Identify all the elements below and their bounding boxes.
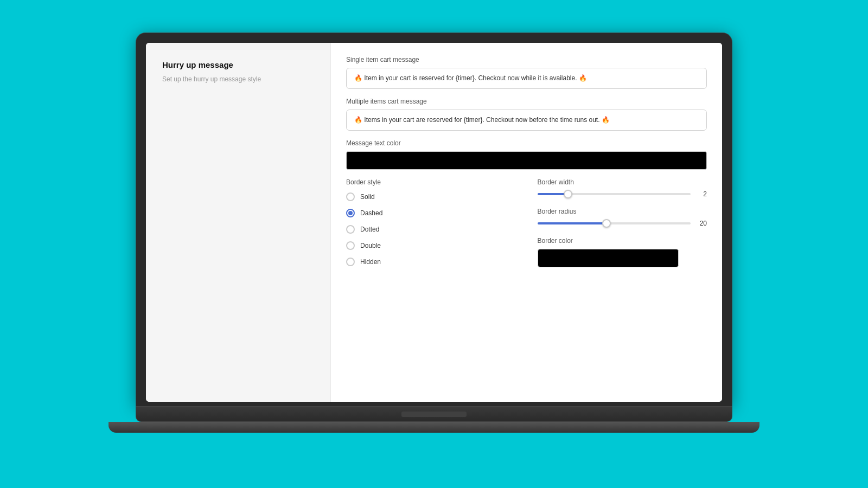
- border-style-label: Border style: [346, 178, 516, 186]
- radio-dotted[interactable]: Dotted: [346, 225, 516, 234]
- radio-double[interactable]: Double: [346, 241, 516, 250]
- border-radius-fill: [538, 222, 607, 224]
- border-width-thumb[interactable]: [564, 190, 572, 198]
- border-radius-thumb[interactable]: [602, 219, 611, 228]
- border-width-track[interactable]: [538, 193, 691, 195]
- laptop-bottom-bar: [108, 422, 760, 433]
- radio-solid-circle: [346, 192, 355, 201]
- laptop-container: Hurry up message Set up the hurry up mes…: [130, 33, 738, 455]
- laptop-trackpad: [401, 412, 467, 417]
- radio-dashed[interactable]: Dashed: [346, 209, 516, 217]
- border-width-slider-row: 2: [538, 190, 707, 198]
- single-item-label: Single item cart message: [346, 56, 707, 63]
- border-radius-slider-row: 20: [538, 220, 707, 227]
- border-radius-value: 20: [696, 220, 707, 227]
- radio-hidden[interactable]: Hidden: [346, 258, 516, 266]
- border-radius-label: Border radius: [538, 208, 707, 215]
- radio-solid[interactable]: Solid: [346, 192, 516, 201]
- laptop-base: [136, 407, 732, 422]
- left-panel: Hurry up message Set up the hurry up mes…: [146, 43, 330, 402]
- border-radius-section: Border radius 20: [538, 208, 707, 227]
- message-text-color-swatch[interactable]: [346, 151, 707, 170]
- radio-hidden-circle: [346, 258, 355, 266]
- radio-dashed-label: Dashed: [360, 209, 382, 217]
- border-color-label: Border color: [538, 237, 707, 245]
- laptop-screen: Hurry up message Set up the hurry up mes…: [146, 43, 722, 402]
- border-color-section: Border color: [538, 237, 707, 267]
- border-style-radio-group: Solid Dashed Dotted: [346, 192, 516, 266]
- message-text-color-label: Message text color: [346, 139, 707, 147]
- multiple-items-input[interactable]: 🔥 Items in your cart are reserved for {t…: [346, 110, 707, 131]
- radio-solid-label: Solid: [360, 193, 375, 201]
- radio-double-label: Double: [360, 242, 381, 249]
- radio-dashed-circle: [346, 209, 355, 217]
- border-radius-track[interactable]: [538, 222, 691, 224]
- radio-dotted-label: Dotted: [360, 226, 379, 233]
- single-item-input[interactable]: 🔥 Item in your cart is reserved for {tim…: [346, 68, 707, 89]
- laptop-bezel: Hurry up message Set up the hurry up mes…: [136, 33, 732, 407]
- border-width-value: 2: [696, 190, 707, 198]
- radio-dotted-circle: [346, 225, 355, 234]
- border-width-label: Border width: [538, 178, 707, 186]
- multiple-items-label: Multiple items cart message: [346, 98, 707, 105]
- border-width-section: Border width 2: [538, 178, 707, 198]
- page-title: Hurry up message: [162, 60, 314, 69]
- screen-content: Hurry up message Set up the hurry up mes…: [146, 43, 722, 402]
- radio-hidden-label: Hidden: [360, 258, 381, 266]
- border-style-col: Border style Solid Dashed: [346, 178, 516, 277]
- page-description: Set up the hurry up message style: [162, 75, 314, 84]
- radio-double-circle: [346, 241, 355, 250]
- border-controls-col: Border width 2: [538, 178, 707, 277]
- border-options-section: Border style Solid Dashed: [346, 178, 707, 277]
- right-panel: Single item cart message 🔥 Item in your …: [330, 43, 722, 402]
- border-color-swatch[interactable]: [538, 249, 679, 267]
